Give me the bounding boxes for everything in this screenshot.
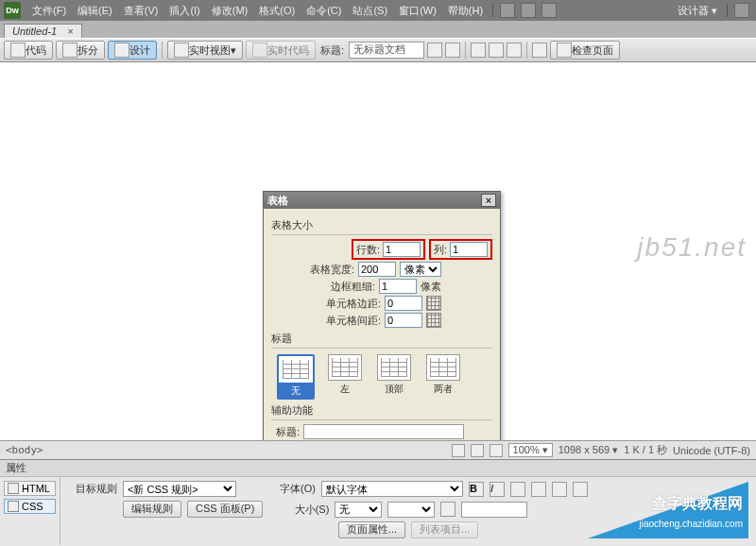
bold-icon[interactable]: B [469,482,484,497]
caption-label: 标题: [271,425,300,439]
caption-input[interactable] [303,424,464,439]
cellspace-icon [426,313,441,328]
width-unit-select[interactable]: 像素 [400,262,441,277]
border-unit: 像素 [421,280,441,294]
search-icon[interactable] [734,3,749,18]
color-swatch[interactable] [440,502,455,517]
cols-input[interactable] [450,242,488,257]
encoding: Unicode (UTF-8) [673,445,750,456]
window-size[interactable]: 1098 x 569 ▾ [558,444,619,456]
close-icon[interactable]: × [481,194,496,207]
align-right-icon[interactable] [552,482,567,497]
size-label: 大小(S) [280,503,329,517]
menu-window[interactable]: 窗口(W) [393,2,442,20]
view-design-button[interactable]: 设计 [108,41,157,60]
html-icon [8,483,19,494]
header-left-button[interactable]: 左 [326,354,364,400]
menu-view[interactable]: 查看(V) [118,2,164,20]
table-dialog: 表格 × 表格大小 行数: 列: 表格宽度: 像素 [263,191,501,440]
cellpad-input[interactable] [385,296,422,311]
check-page-button[interactable]: 检查页面 [550,41,620,60]
menu-site[interactable]: 站点(S) [347,2,393,20]
rows-input[interactable] [383,242,421,257]
live-view-button[interactable]: 实时视图 ▾ [167,41,243,60]
pointer-icon[interactable] [452,444,465,457]
edit-rule-button[interactable]: 编辑规则 [123,501,181,518]
page-properties-button[interactable]: 页面属性... [338,521,405,538]
doc-tab-label: Untitled-1 [12,26,57,37]
list-item-button: 列表项目... [411,521,478,538]
design-canvas[interactable]: jb51.net 表格 × 表格大小 行数: 列: 表格宽度: [0,62,756,440]
panel-icon[interactable] [541,3,557,18]
align-center-icon[interactable] [531,482,546,497]
css-icon [8,501,19,512]
extension-icon[interactable] [521,3,536,18]
tag-selector[interactable]: <body> [6,444,43,456]
cols-highlight: 列: [429,239,492,260]
props-css-tab[interactable]: CSS [4,499,56,514]
zoom-select[interactable]: 100% ▾ [508,443,553,457]
tool-icon[interactable] [445,43,460,58]
zoom-icon[interactable] [490,444,503,457]
menu-insert[interactable]: 插入(I) [163,2,205,20]
dialog-title: 表格 [267,194,288,208]
visual-aid-icon[interactable] [532,43,547,58]
border-label: 边框粗细: [331,280,375,294]
align-left-icon[interactable] [510,482,525,497]
menu-edit[interactable]: 编辑(E) [72,2,118,20]
size-unit-select[interactable] [387,502,435,518]
size-select[interactable]: 无 [335,502,382,518]
border-input[interactable] [379,279,417,294]
properties-title[interactable]: 属性 [0,460,756,477]
cellspace-label: 单元格间距: [326,314,381,328]
workspace-switcher[interactable]: 设计器 ▾ [672,2,723,20]
width-label: 表格宽度: [310,263,354,277]
header-top-button[interactable]: 顶部 [375,354,413,400]
view-code-button[interactable]: 代码 [4,41,53,60]
rows-label: 行数: [356,243,380,257]
title-label: 标题: [318,43,346,58]
document-toolbar: 代码 拆分 设计 实时视图 ▾ 实时代码 标题: 无标题文档 检查页面 [0,38,756,62]
font-label: 字体(O) [266,482,316,496]
app-logo: Dw [4,2,21,19]
cellpad-label: 单元格边距: [326,297,381,311]
download-size: 1 K / 1 秒 [624,443,667,457]
width-input[interactable] [358,262,396,277]
align-justify-icon[interactable] [573,482,588,497]
menu-format[interactable]: 格式(O) [253,2,301,20]
view-split-button[interactable]: 拆分 [56,41,105,60]
targetrule-select[interactable]: <新 CSS 规则> [123,481,236,497]
menubar: Dw 文件(F) 编辑(E) 查看(V) 插入(I) 修改(M) 格式(O) 命… [0,0,756,21]
props-html-tab[interactable]: HTML [4,481,56,496]
group-header-label: 标题 [271,332,492,346]
group-size-label: 表格大小 [271,218,492,232]
properties-panel: 属性 HTML CSS 目标规则 <新 CSS 规则> 字体(O) 默认字体 B… [0,459,756,546]
cellpad-icon [426,296,441,311]
menu-file[interactable]: 文件(F) [26,2,72,20]
cellspace-input[interactable] [385,313,422,328]
document-tabs: Untitled-1 × [0,21,756,38]
italic-icon[interactable]: I [490,482,505,497]
font-select[interactable]: 默认字体 [321,481,463,497]
menu-modify[interactable]: 修改(M) [206,2,254,20]
menu-help[interactable]: 帮助(H) [442,2,489,20]
hand-icon[interactable] [471,444,484,457]
layout-icon[interactable] [500,3,515,18]
header-none-button[interactable]: 无 [277,354,315,400]
header-both-button[interactable]: 两者 [424,354,462,400]
title-input[interactable]: 无标题文档 [349,42,424,59]
dialog-titlebar[interactable]: 表格 × [264,192,500,209]
css-panel-button[interactable]: CSS 面板(P) [187,501,263,518]
cols-label: 列: [434,243,447,257]
refresh-icon[interactable] [471,43,486,58]
color-input[interactable] [461,502,527,518]
close-icon[interactable]: × [67,26,73,37]
options-icon[interactable] [507,43,522,58]
browse-icon[interactable] [489,43,504,58]
targetrule-label: 目标规则 [68,482,117,496]
live-code-button: 实时代码 [246,41,316,60]
menu-commands[interactable]: 命令(C) [301,2,347,20]
rows-highlight: 行数: [352,239,425,260]
doc-tab-untitled[interactable]: Untitled-1 × [4,24,82,38]
tool-icon[interactable] [427,43,442,58]
